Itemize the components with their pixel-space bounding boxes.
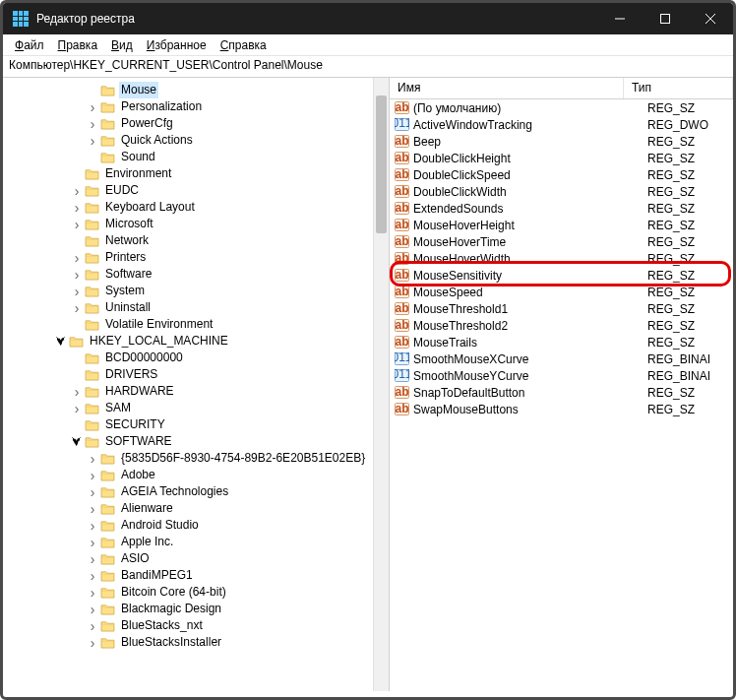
value-row[interactable]: 011SmoothMouseXCurveREG_BINAI xyxy=(390,350,733,367)
tree-item[interactable]: ›Blackmagic Design xyxy=(7,601,389,617)
tree-item[interactable]: ›AGEIA Technologies xyxy=(7,483,389,500)
chevron-right-icon[interactable]: › xyxy=(86,636,99,650)
tree-item[interactable]: ›{5835D56F-8930-4754-89B2-6E20B51E02EB} xyxy=(7,450,389,467)
chevron-right-icon[interactable]: › xyxy=(86,552,99,566)
tree-item[interactable]: ›BandiMPEG1 xyxy=(7,567,389,584)
maximize-button[interactable] xyxy=(643,3,688,34)
tree-item[interactable]: ›Uninstall xyxy=(7,299,389,316)
value-row[interactable]: abMouseTrailsREG_SZ xyxy=(390,334,733,350)
address-bar[interactable]: Компьютер\HKEY_CURRENT_USER\Control Pane… xyxy=(3,56,733,78)
value-name: DoubleClickSpeed xyxy=(413,168,647,182)
folder-icon xyxy=(99,552,115,566)
tree-item[interactable]: ⮟SOFTWARE xyxy=(7,433,389,450)
value-row[interactable]: abDoubleClickHeightREG_SZ xyxy=(390,150,733,166)
value-row[interactable]: abMouseSpeedREG_SZ xyxy=(390,284,733,300)
menu-файл[interactable]: Файл xyxy=(9,36,50,54)
chevron-right-icon[interactable]: › xyxy=(86,502,99,516)
folder-icon xyxy=(84,201,99,215)
tree-item[interactable]: ⮟HKEY_LOCAL_MACHINE xyxy=(7,333,389,350)
tree-item[interactable]: BCD00000000 xyxy=(7,350,389,366)
list-pane[interactable]: Имя Тип ab(По умолчанию)REG_SZ011ActiveW… xyxy=(390,78,733,691)
value-row[interactable]: 011ActiveWindowTrackingREG_DWO xyxy=(390,116,733,133)
tree-item[interactable]: SECURITY xyxy=(7,416,389,433)
tree-item[interactable]: Sound xyxy=(7,149,389,165)
tree-item[interactable]: DRIVERS xyxy=(7,366,389,383)
chevron-right-icon[interactable]: › xyxy=(86,519,99,533)
column-name[interactable]: Имя xyxy=(390,78,624,98)
chevron-right-icon[interactable]: › xyxy=(70,251,84,265)
chevron-down-icon[interactable]: ⮟ xyxy=(54,333,68,350)
value-row[interactable]: abDoubleClickWidthREG_SZ xyxy=(390,183,733,200)
tree-item[interactable]: Mouse xyxy=(7,82,389,98)
tree-item[interactable]: ›HARDWARE xyxy=(7,383,389,400)
tree-item[interactable]: ›Personalization xyxy=(7,98,389,115)
value-name: MouseSpeed xyxy=(413,286,647,299)
tree-item[interactable]: ›Microsoft xyxy=(7,216,389,232)
chevron-right-icon[interactable]: › xyxy=(70,184,84,198)
tree-item[interactable]: ›EUDC xyxy=(7,182,389,199)
tree-item[interactable]: ›Alienware xyxy=(7,500,389,517)
chevron-right-icon[interactable]: › xyxy=(70,218,84,231)
value-row[interactable]: abMouseThreshold1REG_SZ xyxy=(390,300,733,317)
tree-pane[interactable]: Mouse›Personalization›PowerCfg›Quick Act… xyxy=(3,78,390,691)
chevron-right-icon[interactable]: › xyxy=(86,536,99,549)
menu-вид[interactable]: Вид xyxy=(105,36,139,54)
value-row[interactable]: abSnapToDefaultButtonREG_SZ xyxy=(390,384,733,401)
chevron-right-icon[interactable]: › xyxy=(86,100,99,114)
tree-item[interactable]: ›BlueStacks_nxt xyxy=(7,617,389,634)
column-type[interactable]: Тип xyxy=(624,78,733,98)
chevron-right-icon[interactable]: › xyxy=(70,268,84,282)
value-row[interactable]: abMouseSensitivityREG_SZ xyxy=(390,267,733,284)
tree-item[interactable]: ›Software xyxy=(7,266,389,283)
tree-item[interactable]: ›Adobe xyxy=(7,467,389,483)
chevron-right-icon[interactable]: › xyxy=(86,469,99,482)
value-row[interactable]: abBeepREG_SZ xyxy=(390,133,733,150)
menu-правка[interactable]: Правка xyxy=(52,36,104,54)
tree-item[interactable]: ›SAM xyxy=(7,400,389,416)
value-row[interactable]: abDoubleClickSpeedREG_SZ xyxy=(390,166,733,183)
tree-item[interactable]: ›PowerCfg xyxy=(7,115,389,132)
tree-scrollbar[interactable] xyxy=(373,78,389,691)
tree-item[interactable]: Environment xyxy=(7,165,389,182)
value-row[interactable]: abMouseHoverTimeREG_SZ xyxy=(390,233,733,250)
menu-избранное[interactable]: Избранное xyxy=(141,36,213,54)
chevron-right-icon[interactable]: › xyxy=(70,201,84,215)
string-value-icon: ab xyxy=(394,386,409,400)
chevron-right-icon[interactable]: › xyxy=(86,619,99,633)
tree-item[interactable]: ›Printers xyxy=(7,249,389,266)
value-row[interactable]: abSwapMouseButtonsREG_SZ xyxy=(390,401,733,417)
chevron-right-icon[interactable]: › xyxy=(70,285,84,298)
tree-item[interactable]: ›ASIO xyxy=(7,550,389,567)
tree-item[interactable]: ›System xyxy=(7,283,389,299)
chevron-right-icon[interactable]: › xyxy=(70,301,84,315)
tree-item[interactable]: ›Quick Actions xyxy=(7,132,389,149)
tree-item[interactable]: ›Keyboard Layout xyxy=(7,199,389,216)
chevron-right-icon[interactable]: › xyxy=(86,117,99,131)
chevron-right-icon[interactable]: › xyxy=(86,485,99,499)
chevron-right-icon[interactable]: › xyxy=(86,603,99,616)
value-row[interactable]: abExtendedSoundsREG_SZ xyxy=(390,200,733,217)
tree-item[interactable]: Volatile Environment xyxy=(7,316,389,333)
value-row[interactable]: abMouseHoverHeightREG_SZ xyxy=(390,217,733,233)
tree-item[interactable]: ›BlueStacksInstaller xyxy=(7,634,389,651)
value-row[interactable]: ab(По умолчанию)REG_SZ xyxy=(390,99,733,116)
tree-item[interactable]: ›Bitcoin Core (64-bit) xyxy=(7,584,389,601)
value-row[interactable]: abMouseThreshold2REG_SZ xyxy=(390,317,733,334)
tree-item[interactable]: Network xyxy=(7,232,389,249)
chevron-right-icon[interactable]: › xyxy=(86,569,99,583)
close-button[interactable] xyxy=(688,3,733,34)
minimize-button[interactable] xyxy=(597,3,643,34)
chevron-right-icon[interactable]: › xyxy=(86,134,99,148)
chevron-right-icon[interactable]: › xyxy=(86,452,99,466)
scroll-thumb[interactable] xyxy=(376,95,387,233)
value-row[interactable]: 011SmoothMouseYCurveREG_BINAI xyxy=(390,367,733,384)
tree-item[interactable]: ›Android Studio xyxy=(7,517,389,534)
value-row[interactable]: abMouseHoverWidthREG_SZ xyxy=(390,250,733,267)
menu-справка[interactable]: Справка xyxy=(215,36,273,54)
tree-item[interactable]: ›Apple Inc. xyxy=(7,534,389,550)
titlebar[interactable]: Редактор реестра xyxy=(3,3,733,34)
chevron-right-icon[interactable]: › xyxy=(70,385,84,399)
chevron-right-icon[interactable]: › xyxy=(70,402,84,415)
chevron-right-icon[interactable]: › xyxy=(86,586,99,600)
chevron-down-icon[interactable]: ⮟ xyxy=(70,433,84,450)
